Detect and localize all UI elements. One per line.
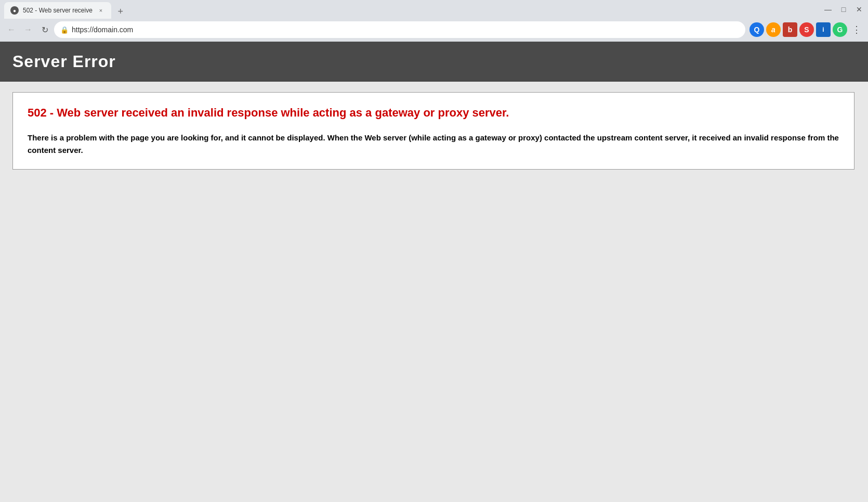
- browser-chrome: ● 502 - Web server receive × + — □ ✕ ← →…: [0, 0, 868, 42]
- extension-1[interactable]: Q: [749, 22, 764, 37]
- extensions-area: Q a b S i G: [749, 22, 847, 37]
- url-input[interactable]: [72, 25, 739, 34]
- address-bar[interactable]: 🔒: [54, 21, 745, 38]
- new-tab-button[interactable]: +: [113, 4, 128, 19]
- page-content: Server Error 502 - Web server received a…: [0, 42, 868, 180]
- reload-button[interactable]: ↻: [37, 22, 52, 37]
- extension-2[interactable]: a: [766, 22, 781, 37]
- title-bar: ● 502 - Web server receive × + — □ ✕: [0, 0, 868, 19]
- browser-menu-button[interactable]: ⋮: [849, 22, 864, 37]
- extension-5[interactable]: i: [816, 22, 831, 37]
- tab-close-button[interactable]: ×: [97, 6, 105, 15]
- minimize-button[interactable]: —: [823, 5, 833, 14]
- close-button[interactable]: ✕: [854, 5, 864, 14]
- extension-4[interactable]: S: [799, 22, 814, 37]
- page-title: Server Error: [12, 52, 856, 71]
- error-description: There is a problem with the page you are…: [28, 132, 839, 157]
- active-tab[interactable]: ● 502 - Web server receive ×: [4, 2, 111, 19]
- tab-favicon: ●: [10, 6, 19, 15]
- lock-icon: 🔒: [60, 26, 69, 34]
- extension-3[interactable]: b: [783, 22, 797, 37]
- tab-bar: ● 502 - Web server receive × +: [4, 0, 128, 19]
- address-bar-row: ← → ↻ 🔒 Q a b S i G: [0, 19, 868, 42]
- error-box: 502 - Web server received an invalid res…: [12, 92, 854, 170]
- back-button[interactable]: ←: [4, 22, 19, 37]
- window-controls: — □ ✕: [823, 5, 864, 14]
- error-heading: 502 - Web server received an invalid res…: [28, 105, 839, 121]
- maximize-button[interactable]: □: [839, 5, 848, 14]
- extension-6[interactable]: G: [833, 22, 847, 37]
- error-box-container: 502 - Web server received an invalid res…: [0, 82, 868, 180]
- server-error-header: Server Error: [0, 42, 868, 82]
- tab-title: 502 - Web server receive: [23, 7, 93, 14]
- forward-button[interactable]: →: [21, 22, 35, 37]
